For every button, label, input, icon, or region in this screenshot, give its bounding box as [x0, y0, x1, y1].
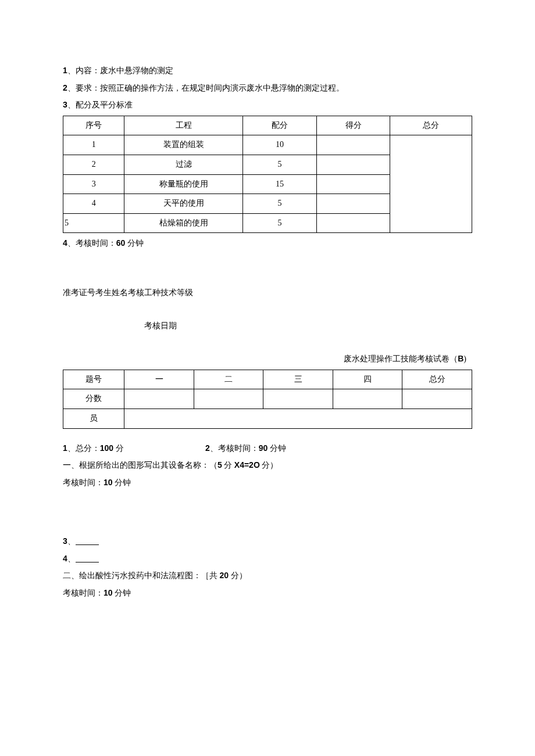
cell-score: 5 [243, 155, 317, 174]
content-text: 、内容：废水中悬浮物的测定 [67, 66, 173, 75]
cell-empty [316, 174, 390, 194]
question-2: 二、绘出酸性污水投药中和法流程图：［共 20 分） [63, 568, 472, 584]
time-unit: 分钟 [125, 239, 144, 248]
cell-total [390, 135, 472, 233]
table-row: 员 [63, 409, 472, 428]
q1t-value: 10 [104, 478, 113, 487]
row-score: 分数 [63, 389, 124, 409]
time-label: 、考核时间： [67, 239, 116, 248]
sep-4: 、 [67, 554, 76, 563]
total-score: 1、总分：100 分 [63, 440, 205, 457]
col-3: 三 [263, 370, 333, 389]
q2-pre: 二、绘出酸性污水投药中和法流程图：［共 [63, 571, 220, 580]
table-header: 题号 一 二 三 四 总分 [63, 370, 472, 389]
q1-post: 分） [260, 461, 279, 470]
question-1: 一、根据所给出的图形写出其设备名称：（5 分 X4=2O 分） [63, 457, 472, 474]
exam-date: 考核日期 [63, 318, 472, 334]
cell-n: 2 [63, 155, 124, 174]
time-line-1: 4、考核时间：60 分钟 [63, 235, 472, 252]
q2t-unit: 分钟 [113, 589, 131, 597]
time-label-2: 、考核时间： [210, 444, 259, 453]
content-line-1: 1、内容：废水中悬浮物的测定 [63, 63, 472, 79]
col-project: 工程 [124, 116, 243, 135]
col-2: 二 [194, 370, 263, 389]
cell-score: 10 [243, 135, 317, 155]
total-label: 、总分： [67, 444, 100, 453]
cell-score: 5 [243, 213, 317, 233]
q2t-value: 10 [104, 588, 113, 597]
q2-post: 分） [229, 571, 247, 580]
num-2b: 2 [205, 443, 210, 453]
cell-empty [124, 389, 194, 409]
time-value-2: 90 [259, 443, 268, 453]
col-allocation: 配分 [243, 116, 317, 135]
time-value: 60 [116, 238, 126, 248]
cell-n: 1 [63, 135, 124, 155]
q2-time: 考核时间：10 分钟 [63, 585, 472, 601]
content-line-3: 3、配分及平分标准 [63, 97, 472, 113]
col-seq: 序号 [63, 116, 124, 135]
cell-proj: 枯燥箱的使用 [124, 213, 243, 233]
q2t-label: 考核时间： [63, 589, 104, 597]
num-3: 3 [63, 100, 67, 109]
col-qnum: 题号 [63, 370, 124, 389]
table-header: 序号 工程 配分 得分 总分 [63, 116, 472, 135]
cell-proj: 称量瓶的使用 [124, 174, 243, 194]
q1-x4: X4=2O [234, 460, 260, 470]
num-4: 4 [63, 238, 67, 248]
content-line-2: 2、要求：按照正确的操作方法，在规定时间内演示废水中悬浮物的测定过程。 [63, 80, 472, 96]
sep-3: 、 [67, 537, 76, 546]
cell-n: 3 [63, 174, 124, 194]
cell-score: 5 [243, 194, 317, 214]
cell-empty [316, 213, 390, 233]
num-4b: 4 [63, 554, 67, 563]
table-row: 分数 [63, 389, 472, 409]
cell-proj: 天平的使用 [124, 194, 243, 214]
q1t-unit: 分钟 [113, 478, 131, 487]
paper-b-title: 废水处理操作工技能考核试卷（B) [63, 351, 472, 367]
q2-20: 20 [220, 571, 229, 580]
col-1: 一 [124, 370, 194, 389]
scoring-text: 、配分及平分标准 [67, 101, 133, 109]
cell-empty [263, 389, 333, 409]
row-member: 员 [63, 409, 124, 428]
cell-empty [316, 194, 390, 214]
blank-3: 3、 [63, 533, 472, 550]
total-value: 100 [100, 443, 113, 453]
q1-5: 5 [217, 460, 222, 470]
col-4: 四 [333, 370, 402, 389]
total-unit: 分 [113, 444, 124, 453]
cell-proj: 过滤 [124, 155, 243, 174]
requirement-text: 、要求：按照正确的操作方法，在规定时间内演示废水中悬浮物的测定过程。 [67, 84, 344, 92]
blank-line-icon [76, 539, 99, 545]
title-pre: 废水处理操作工技能考核试卷（ [344, 354, 458, 363]
q1-time: 考核时间：10 分钟 [63, 475, 472, 491]
cell-empty [194, 389, 263, 409]
cell-empty [316, 135, 390, 155]
exam-time: 2、考核时间：90 分钟 [205, 440, 286, 457]
cell-proj: 装置的组装 [124, 135, 243, 155]
num-2: 2 [63, 83, 67, 92]
score-table: 题号 一 二 三 四 总分 分数 员 [63, 370, 472, 429]
summary-line: 1、总分：100 分 2、考核时间：90 分钟 [63, 440, 472, 457]
num-1: 1 [63, 66, 67, 75]
scoring-table: 序号 工程 配分 得分 总分 1 装置的组装 10 2 过滤 5 3 称量瓶的使… [63, 116, 472, 234]
cell-n: 5 [63, 213, 124, 233]
col-total: 总分 [390, 116, 472, 135]
title-b: B [458, 354, 463, 363]
table-row: 1 装置的组装 10 [63, 135, 472, 155]
col-score: 得分 [316, 116, 390, 135]
blank-line-icon [76, 557, 99, 562]
col-total: 总分 [402, 370, 472, 389]
num-3b: 3 [63, 536, 67, 546]
cell-n: 4 [63, 194, 124, 214]
time-unit-2: 分钟 [268, 444, 286, 453]
title-post: ) [463, 354, 466, 363]
q1-mid: 分 [222, 461, 234, 470]
cell-empty-span [124, 409, 472, 428]
cell-empty [333, 389, 402, 409]
blank-4: 4、 [63, 551, 472, 567]
cell-empty [316, 155, 390, 174]
cell-empty [402, 389, 472, 409]
q1-pre: 一、根据所给出的图形写出其设备名称：（ [63, 461, 217, 470]
